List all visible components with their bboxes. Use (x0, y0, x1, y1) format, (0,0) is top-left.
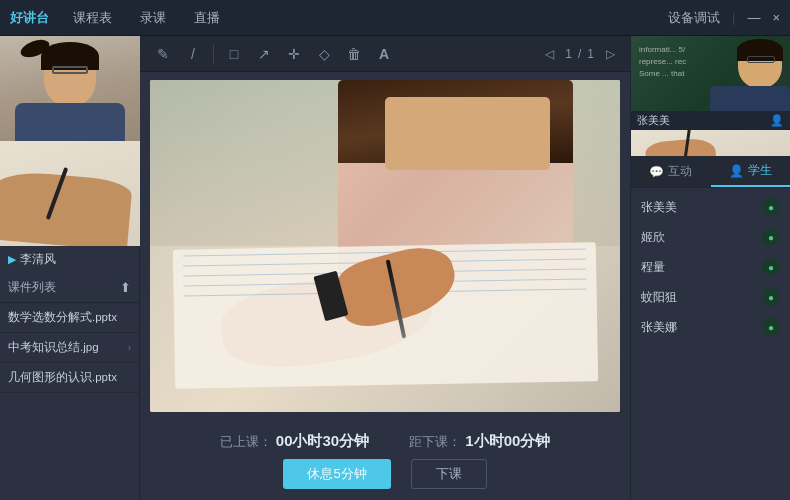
tool-cursor[interactable]: ✎ (150, 41, 176, 67)
student-item-3[interactable]: 蚊阳狙 ● (631, 282, 790, 312)
tab-students[interactable]: 👤 学生 (711, 156, 791, 187)
minimize-btn[interactable]: — (747, 10, 760, 25)
page-nav: ◁ 1 / 1 ▷ (539, 44, 620, 64)
student-item-1[interactable]: 姬欣 ● (631, 222, 790, 252)
student-item-2[interactable]: 程量 ● (631, 252, 790, 282)
page-current: 1 (565, 47, 572, 61)
files-header-label: 课件列表 (8, 279, 56, 296)
student-list: 张美美 ● 姬欣 ● 程量 ● 蚊阳狙 ● 张美娜 ● (631, 188, 790, 500)
interaction-icon: 💬 (649, 165, 664, 179)
teacher-camera (0, 36, 140, 141)
tab-interaction-label: 互动 (668, 163, 692, 180)
files-section: 课件列表 ⬆ 数学选数分解式.pptx 中考知识总结.jpg › 几何图形的认识… (0, 273, 139, 500)
elapsed-value: 00小时30分钟 (276, 432, 369, 449)
nav-items: 课程表 录课 直播 (69, 7, 668, 29)
end-class-button[interactable]: 下课 (411, 459, 487, 489)
files-header: 课件列表 ⬆ (0, 273, 139, 303)
student-cam-bottom (631, 130, 790, 156)
device-test-btn[interactable]: 设备调试 (668, 9, 720, 27)
left-panel: ▶ 李清风 课件列表 ⬆ 数学选数分解式.pptx 中考知识总结.jpg › 几… (0, 36, 140, 500)
file-name-1: 中考知识总结.jpg (8, 340, 128, 355)
student-name-2: 程量 (641, 259, 762, 276)
canvas-image (150, 80, 620, 412)
tool-pen[interactable]: / (180, 41, 206, 67)
student-name-1: 姬欣 (641, 229, 762, 246)
student-cam-icon: 👤 (770, 114, 784, 127)
student-cam-top: informati... 5/ represe... rec Some ... … (631, 36, 790, 111)
file-name-0: 数学选数分解式.pptx (8, 310, 131, 325)
file-item-0[interactable]: 数学选数分解式.pptx (0, 303, 139, 333)
tab-interaction[interactable]: 💬 互动 (631, 156, 711, 187)
student-status-4: ● (762, 318, 780, 336)
tool-arrow[interactable]: ↗ (251, 41, 277, 67)
elapsed-label: 已上课： (220, 434, 272, 449)
tool-shape[interactable]: ◇ (311, 41, 337, 67)
student-name-0: 张美美 (641, 199, 762, 216)
top-nav-right: 设备调试 | — × (668, 9, 780, 27)
app-logo: 好讲台 (10, 9, 49, 27)
student-name-4: 张美娜 (641, 319, 762, 336)
elapsed-time: 已上课： 00小时30分钟 (220, 432, 370, 451)
nav-item-schedule[interactable]: 课程表 (69, 7, 116, 29)
break-button[interactable]: 休息5分钟 (283, 459, 390, 489)
student-status-2: ● (762, 258, 780, 276)
student-status-1: ● (762, 228, 780, 246)
right-tabs: 💬 互动 👤 学生 (631, 156, 790, 188)
close-btn[interactable]: × (772, 10, 780, 25)
remaining-value: 1小时00分钟 (465, 432, 550, 449)
toolbar-right: ◁ 1 / 1 ▷ (539, 44, 620, 64)
tab-students-label: 学生 (748, 162, 772, 179)
main-layout: ▶ 李清风 课件列表 ⬆ 数学选数分解式.pptx 中考知识总结.jpg › 几… (0, 36, 790, 500)
top-nav: 好讲台 课程表 录课 直播 设备调试 | — × (0, 0, 790, 36)
remaining-time: 距下课： 1小时00分钟 (409, 432, 550, 451)
center-panel: ✎ / □ ↗ ✛ ◇ 🗑 A ◁ 1 / 1 ▷ (140, 36, 630, 500)
student-status-3: ● (762, 288, 780, 306)
students-icon: 👤 (729, 164, 744, 178)
file-name-2: 几何图形的认识.pptx (8, 370, 131, 385)
page-nav-prev[interactable]: ◁ (539, 44, 559, 64)
time-info: 已上课： 00小时30分钟 距下课： 1小时00分钟 (220, 432, 551, 451)
right-panel: informati... 5/ represe... rec Some ... … (630, 36, 790, 500)
student-cam-name: 张美美 (637, 113, 670, 128)
student-camera: informati... 5/ represe... rec Some ... … (631, 36, 790, 156)
canvas-area[interactable] (150, 80, 620, 412)
writing-camera (0, 141, 140, 246)
tool-rect[interactable]: □ (221, 41, 247, 67)
file-item-2[interactable]: 几何图形的认识.pptx (0, 363, 139, 393)
tool-text[interactable]: A (371, 41, 397, 67)
remaining-label: 距下课： (409, 434, 461, 449)
upload-icon[interactable]: ⬆ (120, 280, 131, 295)
teacher-name: 李清风 (20, 251, 56, 268)
chevron-icon-1: › (128, 342, 131, 353)
bottom-status: 已上课： 00小时30分钟 距下课： 1小时00分钟 休息5分钟 下课 (140, 420, 630, 500)
student-name-3: 蚊阳狙 (641, 289, 762, 306)
toolbar-divider-1 (213, 45, 214, 63)
page-total: 1 (587, 47, 594, 61)
student-item-0[interactable]: 张美美 ● (631, 192, 790, 222)
file-item-1[interactable]: 中考知识总结.jpg › (0, 333, 139, 363)
tool-delete[interactable]: 🗑 (341, 41, 367, 67)
tool-move[interactable]: ✛ (281, 41, 307, 67)
drawing-toolbar: ✎ / □ ↗ ✛ ◇ 🗑 A ◁ 1 / 1 ▷ (140, 36, 630, 72)
teacher-name-area: ▶ 李清风 (0, 246, 139, 273)
bottom-buttons: 休息5分钟 下课 (283, 459, 486, 489)
student-item-4[interactable]: 张美娜 ● (631, 312, 790, 342)
nav-item-record[interactable]: 录课 (136, 7, 170, 29)
nav-item-live[interactable]: 直播 (190, 7, 224, 29)
page-nav-next[interactable]: ▷ (600, 44, 620, 64)
student-status-0: ● (762, 198, 780, 216)
